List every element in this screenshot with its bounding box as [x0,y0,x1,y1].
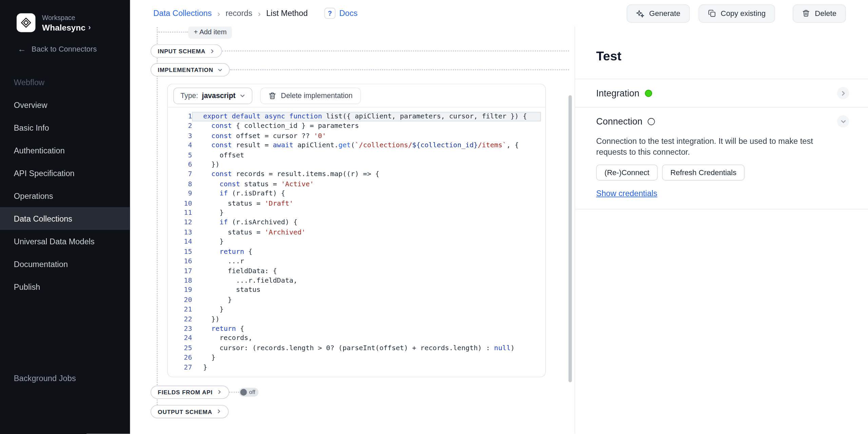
fields-from-api-toggle[interactable]: off [239,388,258,397]
line-number: 12 [168,218,192,227]
sidebar-item-publish[interactable]: Publish [0,275,130,298]
line-number: 8 [168,180,192,189]
chevron-down-icon [239,93,245,98]
copy-existing-button[interactable]: Copy existing [698,4,775,22]
code-text: const offset = cursor ?? '0' [192,131,541,141]
code-line-27[interactable]: 27} [168,363,545,372]
code-line-12[interactable]: 12 if (r.isArchived) { [168,218,545,227]
code-line-20[interactable]: 20 } [168,295,545,305]
code-line-7[interactable]: 7 const records = result.items.map((r) =… [168,170,545,179]
integration-row[interactable]: Integration [596,79,849,107]
code-line-6[interactable]: 6 }) [168,160,545,170]
sidebar-item-data-collections[interactable]: Data Collections [0,207,130,230]
refresh-credentials-button[interactable]: Refresh Credentials [662,165,745,181]
implementation-type-select[interactable]: Type: javascript [173,87,252,104]
line-number: 10 [168,199,192,208]
sidebar: Workspace Whalesync › ← Back to Connecto… [0,0,130,434]
sidebar-item-api-specification[interactable]: API Specification [0,162,130,185]
connection-row[interactable]: Connection [596,108,849,135]
show-credentials-link[interactable]: Show credentials [596,189,657,198]
code-line-16[interactable]: 16 ...r [168,257,545,266]
code-line-15[interactable]: 15 return { [168,247,545,257]
connection-status-icon [648,118,655,125]
line-number: 4 [168,141,192,150]
back-to-connectors-link[interactable]: ← Back to Connectors [18,44,130,54]
code-text: return { [192,247,541,257]
breadcrumb-separator: › [258,8,261,18]
test-panel-title: Test [596,26,849,78]
code-text: const records = result.items.map((r) => … [192,170,541,179]
line-number: 19 [168,285,192,295]
line-number: 7 [168,170,192,179]
code-line-1[interactable]: 1export default async function list({ ap… [168,112,545,121]
fields-from-api-pill[interactable]: FIELDS FROM API [151,385,229,399]
input-schema-pill[interactable]: INPUT SCHEMA [151,44,222,58]
page: Workspace Whalesync › ← Back to Connecto… [0,0,868,434]
code-editor[interactable]: 1export default async function list({ ap… [168,108,545,377]
code-line-11[interactable]: 11 } [168,208,545,218]
breadcrumb-item[interactable]: records [225,9,252,18]
sidebar-item-background-jobs[interactable]: Background Jobs [0,374,130,434]
sidebar-item-universal-data-models[interactable]: Universal Data Models [0,230,130,253]
help-icon[interactable]: ? [324,8,336,19]
code-text: } [192,208,541,218]
dotted-divider [230,69,569,70]
line-number: 14 [168,237,192,247]
line-number: 26 [168,353,192,362]
sidebar-item-basic-info[interactable]: Basic Info [0,116,130,139]
code-text: status = 'Draft' [192,199,541,208]
dotted-divider [222,51,569,52]
tree-connector-horizontal [157,32,188,33]
workspace-switcher[interactable]: Workspace Whalesync › [0,0,130,32]
delete-implementation-button[interactable]: Delete implementation [260,87,361,104]
vertical-scrollbar[interactable] [569,95,572,382]
data-collection-editor: + Add item INPUT SCHEMA IMPLEMENTATION [130,26,575,434]
code-line-14[interactable]: 14 } [168,237,545,247]
line-number: 1 [168,112,192,121]
code-line-21[interactable]: 21 } [168,305,545,314]
generate-button[interactable]: Generate [627,4,690,22]
code-text: offset [192,150,541,160]
trash-icon [268,92,276,99]
code-line-9[interactable]: 9 if (r.isDraft) { [168,189,545,199]
reconnect-button[interactable]: (Re-)Connect [596,165,657,181]
topbar: Data Collections›records›List Method ? D… [130,0,868,26]
sparkle-icon [636,9,644,17]
code-text: records, [192,334,541,343]
chevron-right-icon[interactable] [837,87,849,99]
breadcrumb-item[interactable]: Data Collections [153,9,212,18]
docs-link[interactable]: Docs [339,9,358,18]
chevron-down-icon [218,67,223,72]
sidebar-item-operations[interactable]: Operations [0,185,130,207]
implementation-pill[interactable]: IMPLEMENTATION [151,63,230,76]
toggle-knob [240,389,247,396]
sidebar-item-documentation[interactable]: Documentation [0,252,130,275]
chevron-down-icon[interactable] [837,115,849,128]
code-line-18[interactable]: 18 ...r.fieldData, [168,276,545,285]
code-line-24[interactable]: 24 records, [168,334,545,343]
line-number: 9 [168,189,192,199]
sidebar-nav: OverviewBasic InfoAuthenticationAPI Spec… [0,94,130,298]
code-line-13[interactable]: 13 status = 'Archived' [168,228,545,237]
code-line-26[interactable]: 26 } [168,353,545,362]
code-line-8[interactable]: 8 const status = 'Active' [168,180,545,189]
code-line-10[interactable]: 10 status = 'Draft' [168,199,545,208]
code-line-3[interactable]: 3 const offset = cursor ?? '0' [168,131,545,141]
code-line-19[interactable]: 19 status [168,285,545,295]
add-item-button[interactable]: + Add item [188,26,232,39]
output-schema-pill[interactable]: OUTPUT SCHEMA [151,405,229,418]
code-line-25[interactable]: 25 cursor: (records.length > 0? (parseIn… [168,343,545,353]
chevron-right-icon [217,409,222,414]
code-line-23[interactable]: 23 return { [168,324,545,334]
code-line-4[interactable]: 4 const result = await apiClient.get(`/c… [168,141,545,150]
sidebar-item-authentication[interactable]: Authentication [0,139,130,162]
code-line-17[interactable]: 17 fieldData: { [168,266,545,276]
line-number: 5 [168,150,192,160]
code-line-2[interactable]: 2 const { collection_id } = parameters [168,121,545,131]
code-line-22[interactable]: 22 }) [168,315,545,324]
sidebar-item-overview[interactable]: Overview [0,94,130,116]
code-line-5[interactable]: 5 offset [168,150,545,160]
code-text: cursor: (records.length > 0? (parseInt(o… [192,343,541,353]
delete-button[interactable]: Delete [793,4,846,22]
connection-description: Connection to the test integration. It w… [596,136,843,157]
